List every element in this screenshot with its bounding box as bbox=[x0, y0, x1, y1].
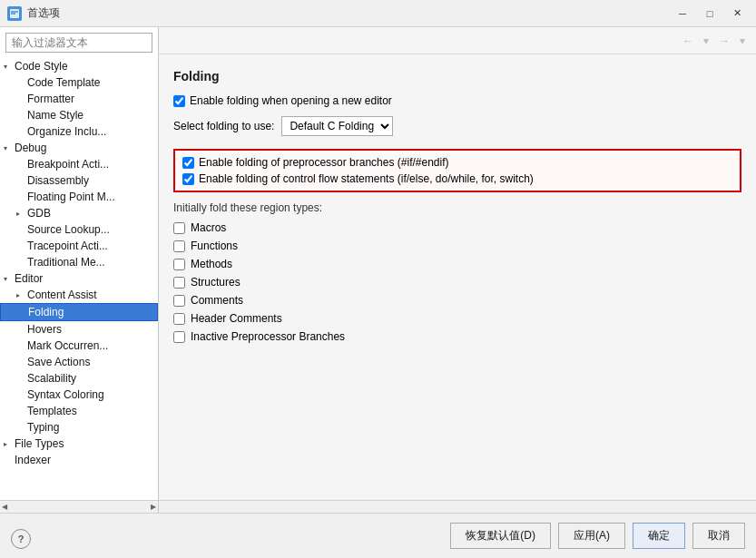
tree-item-scalability[interactable]: Scalability bbox=[0, 370, 158, 387]
tree-item-file-types[interactable]: ▸File Types bbox=[0, 436, 158, 452]
chevron-icon: ▾ bbox=[4, 144, 15, 152]
tree-item-disassembly[interactable]: Disassembly bbox=[0, 172, 158, 189]
checkbox-item-methods[interactable]: Methods bbox=[173, 258, 741, 270]
close-button[interactable]: ✕ bbox=[725, 4, 749, 24]
filter-input[interactable] bbox=[5, 33, 152, 53]
content-pane: Folding Enable folding when opening a ne… bbox=[159, 54, 756, 500]
tree-item-organize-includes[interactable]: Organize Inclu... bbox=[0, 123, 158, 140]
methods-label: Methods bbox=[191, 258, 232, 270]
tree-item-hovers[interactable]: Hovers bbox=[0, 321, 158, 338]
ok-button[interactable]: 确定 bbox=[633, 523, 685, 549]
enable-folding-checkbox[interactable] bbox=[173, 95, 185, 107]
apply-button[interactable]: 应用(A) bbox=[558, 523, 625, 549]
tree-item-label: Disassembly bbox=[27, 174, 89, 187]
tree-item-debug[interactable]: ▾Debug bbox=[0, 140, 158, 156]
checkbox-item-comments[interactable]: Comments bbox=[173, 294, 741, 307]
tree-item-label: Source Lookup... bbox=[27, 223, 110, 236]
scroll-left-arrow[interactable]: ◀ bbox=[2, 503, 7, 511]
tree-item-formatter[interactable]: Formatter bbox=[0, 91, 158, 107]
functions-checkbox[interactable] bbox=[173, 240, 185, 252]
preprocessor-branches-checkbox[interactable] bbox=[182, 157, 194, 169]
tree-item-label: Traditional Me... bbox=[27, 256, 105, 269]
header-comments-checkbox[interactable] bbox=[173, 313, 185, 325]
macros-label: Macros bbox=[191, 221, 226, 234]
control-flow-checkbox[interactable] bbox=[182, 173, 194, 185]
tree-item-traditional-memory[interactable]: Traditional Me... bbox=[0, 254, 158, 270]
tree-item-editor[interactable]: ▾Editor bbox=[0, 270, 158, 287]
tree-item-breakpoint-actions[interactable]: Breakpoint Acti... bbox=[0, 156, 158, 172]
back-button[interactable]: ← bbox=[678, 31, 698, 51]
scroll-right-arrow[interactable]: ▶ bbox=[151, 503, 156, 511]
tree-item-label: GDB bbox=[27, 207, 51, 220]
tree-item-label: Folding bbox=[28, 306, 64, 318]
control-flow-label[interactable]: Enable folding of control flow statement… bbox=[182, 172, 732, 185]
tree-item-syntax-coloring[interactable]: Syntax Coloring bbox=[0, 387, 158, 403]
macros-checkbox[interactable] bbox=[173, 222, 185, 234]
methods-checkbox[interactable] bbox=[173, 259, 185, 270]
title-bar: 首选项 ─ □ ✕ bbox=[0, 0, 756, 27]
window-controls: ─ □ ✕ bbox=[671, 4, 749, 24]
select-folding-label: Select folding to use: bbox=[173, 120, 274, 132]
tree-item-label: Code Template bbox=[27, 76, 101, 89]
tree-item-folding[interactable]: Folding bbox=[0, 303, 158, 321]
checkbox-item-macros[interactable]: Macros bbox=[173, 221, 741, 234]
help-button[interactable]: ? bbox=[11, 529, 31, 549]
tree-item-code-style[interactable]: ▾Code Style bbox=[0, 58, 158, 74]
forward-dropdown-button[interactable]: ▾ bbox=[736, 31, 749, 51]
tree-item-save-actions[interactable]: Save Actions bbox=[0, 354, 158, 370]
tree-item-label: File Types bbox=[15, 437, 64, 450]
forward-button[interactable]: → bbox=[714, 31, 734, 51]
structures-label: Structures bbox=[191, 276, 241, 289]
checkbox-item-header-comments[interactable]: Header Comments bbox=[173, 312, 741, 325]
enable-folding-label[interactable]: Enable folding when opening a new editor bbox=[173, 94, 392, 107]
tree-item-label: Floating Point M... bbox=[27, 191, 115, 203]
back-dropdown-button[interactable]: ▾ bbox=[700, 31, 712, 51]
preferences-dialog: ▾Code Style Code Template Formatter Name… bbox=[0, 27, 756, 558]
right-panel: ← ▾ → ▾ Folding Enable folding when open… bbox=[159, 27, 756, 500]
scroll-strip-inner: ◀ ▶ bbox=[0, 501, 159, 513]
checkbox-item-inactive-preprocessor[interactable]: Inactive Preprocessor Branches bbox=[173, 330, 741, 343]
minimize-button[interactable]: ─ bbox=[671, 4, 694, 24]
inactive-preprocessor-label: Inactive Preprocessor Branches bbox=[191, 330, 345, 343]
tree-item-gdb[interactable]: ▸GDB bbox=[0, 205, 158, 221]
tree-item-templates[interactable]: Templates bbox=[0, 403, 158, 419]
tree-item-source-lookup[interactable]: Source Lookup... bbox=[0, 221, 158, 238]
enable-folding-row: Enable folding when opening a new editor bbox=[173, 94, 741, 107]
scroll-strip: ◀ ▶ bbox=[0, 500, 756, 513]
inactive-preprocessor-checkbox[interactable] bbox=[173, 331, 185, 343]
tree-item-label: Formatter bbox=[27, 93, 74, 105]
tree-item-label: Editor bbox=[15, 272, 43, 285]
checkbox-item-functions[interactable]: Functions bbox=[173, 240, 741, 252]
chevron-icon: ▾ bbox=[4, 275, 15, 283]
tree-item-tracepoint-actions[interactable]: Tracepoint Acti... bbox=[0, 238, 158, 254]
cancel-button[interactable]: 取消 bbox=[692, 523, 745, 549]
tree-item-typing[interactable]: Typing bbox=[0, 419, 158, 436]
tree-item-floating-point[interactable]: Floating Point M... bbox=[0, 189, 158, 205]
left-panel: ▾Code Style Code Template Formatter Name… bbox=[0, 27, 159, 500]
tree-item-mark-occurrences[interactable]: Mark Occurren... bbox=[0, 338, 158, 354]
preprocessor-branches-label[interactable]: Enable folding of preprocessor branches … bbox=[182, 156, 732, 169]
tree-item-code-template[interactable]: Code Template bbox=[0, 74, 158, 91]
tree-item-label: Scalability bbox=[27, 372, 76, 385]
app-icon bbox=[7, 6, 22, 21]
structures-checkbox[interactable] bbox=[173, 277, 185, 289]
restore-defaults-button[interactable]: 恢复默认值(D) bbox=[450, 523, 551, 549]
checkbox-item-structures[interactable]: Structures bbox=[173, 276, 741, 289]
tree-item-label: Mark Occurren... bbox=[27, 339, 108, 352]
tree-area: ▾Code Style Code Template Formatter Name… bbox=[0, 58, 158, 500]
chevron-icon: ▾ bbox=[4, 63, 15, 71]
comments-label: Comments bbox=[191, 294, 243, 307]
maximize-button[interactable]: □ bbox=[698, 4, 722, 24]
tree-item-label: Organize Inclu... bbox=[27, 125, 106, 138]
tree-item-label: Indexer bbox=[15, 454, 51, 466]
bottom-bar: ? 恢复默认值(D) 应用(A) 确定 取消 bbox=[0, 513, 756, 558]
comments-checkbox[interactable] bbox=[173, 295, 185, 307]
tree-item-content-assist[interactable]: ▸Content Assist bbox=[0, 287, 158, 303]
folding-select[interactable]: Default C Folding bbox=[281, 116, 393, 136]
tree-item-label: Debug bbox=[15, 142, 46, 154]
functions-label: Functions bbox=[191, 240, 238, 252]
tree-item-indexer[interactable]: Indexer bbox=[0, 452, 158, 468]
tree-item-label: Templates bbox=[27, 405, 77, 417]
tree-item-name-style[interactable]: Name Style bbox=[0, 107, 158, 123]
tree-item-label: Syntax Coloring bbox=[27, 388, 104, 401]
